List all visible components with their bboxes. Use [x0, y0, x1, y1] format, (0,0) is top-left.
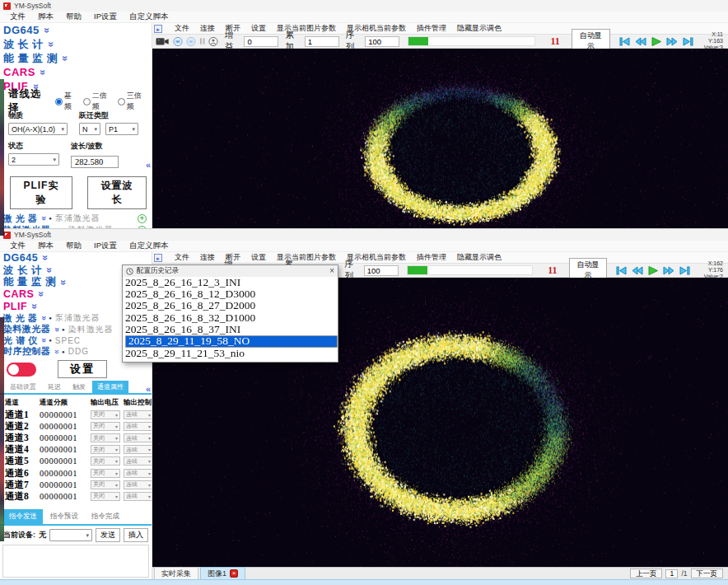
list-item-selected[interactable]: 2025_8_29_11_19_58_NO	[125, 335, 338, 348]
sidebar-group-cars[interactable]: CARS »	[0, 65, 152, 79]
step-forward-icon[interactable]	[665, 36, 679, 47]
page-number-input[interactable]	[665, 569, 678, 578]
panel-collapse-arrow[interactable]: «	[146, 384, 151, 394]
tab-command-done[interactable]: 指令完成	[86, 509, 125, 524]
radio-third-harmonic[interactable]: 三倍频	[118, 91, 147, 112]
tab-realtime-acquisition[interactable]: 实时采集	[154, 567, 198, 581]
step-forward-icon[interactable]	[662, 265, 675, 276]
menu-file[interactable]: 文件	[10, 12, 26, 22]
viewer-menu-plugins[interactable]: 插件管理	[417, 252, 446, 263]
viewer-menu-plugins[interactable]: 插件管理	[417, 23, 446, 34]
control-select[interactable]: 连续▾	[124, 456, 152, 466]
list-item[interactable]: 2025_8_29_11_21_53_nio	[125, 348, 338, 359]
voltage-select[interactable]: 关闭▾	[91, 410, 120, 419]
control-select[interactable]: 连续▾	[124, 422, 152, 431]
control-select[interactable]: 连续▾	[124, 445, 152, 454]
pause-icon[interactable]	[199, 36, 205, 46]
ddg-power-toggle[interactable]	[7, 363, 36, 377]
accumulate-input[interactable]	[305, 36, 339, 47]
play-icon[interactable]	[650, 36, 663, 47]
play-icon[interactable]	[646, 265, 660, 276]
tab-channel-properties[interactable]: 通道属性	[92, 381, 128, 393]
branch-select[interactable]: N ▾	[79, 123, 100, 135]
menu-script[interactable]: 脚本	[38, 12, 54, 22]
control-select[interactable]: 连续▾	[124, 480, 152, 489]
state-select[interactable]: 2 ▾	[8, 153, 59, 166]
sequence-input[interactable]	[364, 265, 399, 276]
wavelength-input[interactable]	[71, 156, 119, 168]
viewer-menu-file[interactable]: 文件	[175, 252, 189, 263]
viewer-menu-connect[interactable]: 连接	[200, 252, 215, 263]
list-item[interactable]: 2025_8_26_16_8_27_D2000	[125, 300, 338, 311]
menu-help[interactable]: 帮助	[66, 12, 82, 22]
step-back-icon[interactable]	[634, 36, 647, 47]
menu-custom-script[interactable]: 自定义脚本	[129, 12, 169, 22]
tab-command-preset[interactable]: 指令预设	[44, 509, 84, 524]
line-select[interactable]: P1 ▾	[105, 123, 138, 135]
next-page-button[interactable]: 下一页	[691, 569, 724, 578]
plif-experiment-button[interactable]: PLIF实验	[10, 176, 72, 209]
insert-button[interactable]: 插入	[124, 528, 148, 542]
list-item[interactable]: 2025_8_26_16_8_32_D1000	[125, 312, 338, 324]
list-item[interactable]: 2025_8_26_16_8_37_INI	[125, 324, 338, 335]
radio-fundamental[interactable]: 基频	[55, 91, 77, 112]
burst-capture-icon[interactable]	[186, 36, 196, 47]
viewer-menu-file[interactable]: 文件	[175, 23, 189, 34]
skip-last-icon[interactable]	[681, 36, 694, 47]
sidebar-group-wavemeter[interactable]: 波 长 计 »	[0, 37, 152, 51]
step-back-icon[interactable]	[631, 265, 644, 276]
menu-ip-settings[interactable]: IP设置	[94, 12, 117, 22]
device-row-laser[interactable]: 激 光 器 » ● 泵浦激光器 +	[0, 213, 152, 224]
sidebar-group-dg645[interactable]: DG645 »	[0, 252, 152, 264]
tab-trigger[interactable]: 触发	[68, 381, 91, 393]
menu-custom-script[interactable]: 自定义脚本	[129, 241, 169, 251]
close-tab-icon[interactable]: ×	[230, 569, 238, 578]
plif-image-canvas-1[interactable]	[152, 49, 728, 228]
radio-fundamental-input[interactable]	[55, 98, 63, 105]
device-row-dye-laser[interactable]: 染料激光器 » ● 染料激光器 +	[0, 224, 152, 228]
sequence-input[interactable]	[365, 36, 399, 47]
add-device-icon[interactable]: +	[138, 214, 147, 223]
skip-first-icon[interactable]	[615, 265, 628, 276]
control-select[interactable]: 连续▾	[124, 410, 152, 419]
gain-input[interactable]	[244, 36, 278, 47]
command-output-area[interactable]	[2, 545, 149, 578]
viewer-panel-toggle-button[interactable]: ▸	[154, 254, 162, 262]
voltage-select[interactable]: 关闭▾	[91, 422, 120, 431]
tab-command-send[interactable]: 指令发送	[3, 509, 43, 524]
skip-last-icon[interactable]	[678, 265, 691, 276]
video-camera-icon[interactable]	[156, 36, 170, 46]
control-select[interactable]: 连续▾	[124, 492, 152, 501]
command-select[interactable]: ▾	[49, 529, 92, 541]
voltage-select[interactable]: 关闭▾	[91, 492, 120, 501]
skip-first-icon[interactable]	[618, 36, 632, 47]
menu-script[interactable]: 脚本	[38, 241, 54, 251]
voltage-select[interactable]: 关闭▾	[91, 445, 120, 454]
dialog-title-bar[interactable]: 配置历史记录 ×	[123, 265, 338, 277]
voltage-select[interactable]: 关闭▾	[91, 433, 120, 442]
menu-help[interactable]: 帮助	[66, 241, 82, 251]
tab-image-1[interactable]: 图像1 ×	[200, 567, 245, 581]
voltage-select[interactable]: 关闭▾	[91, 480, 120, 489]
viewer-menu-settings[interactable]: 设置	[251, 23, 266, 34]
title-bar[interactable]: YM-SysSoft	[0, 229, 728, 241]
voltage-select[interactable]: 关闭▾	[91, 456, 120, 466]
radio-second-harmonic-input[interactable]	[83, 98, 91, 105]
control-select[interactable]: 连续▾	[124, 469, 152, 478]
gain-profile-icon[interactable]	[208, 36, 218, 47]
send-button[interactable]: 发送	[96, 528, 120, 542]
viewer-panel-toggle-button[interactable]: ▸	[154, 25, 162, 33]
viewer-menu-hide-palette[interactable]: 隐藏显示调色	[457, 252, 502, 263]
prev-page-button[interactable]: 上一页	[630, 569, 663, 578]
viewer-menu-settings[interactable]: 设置	[251, 252, 266, 263]
radio-second-harmonic[interactable]: 二倍频	[83, 91, 112, 112]
title-bar[interactable]: YM-SysSoft	[0, 0, 728, 12]
panel-collapse-arrow[interactable]: «	[146, 160, 151, 170]
radio-third-harmonic-input[interactable]	[118, 98, 125, 105]
sidebar-group-energy-monitor[interactable]: 能 量 监 测 »	[0, 51, 152, 65]
list-item[interactable]: 2025_8_26_16_8_12_D3000	[125, 288, 338, 300]
tab-delay[interactable]: 延迟	[43, 381, 66, 393]
viewer-menu-connect[interactable]: 连接	[200, 23, 215, 34]
tab-basic-settings[interactable]: 基础设置	[5, 381, 41, 393]
menu-file[interactable]: 文件	[10, 241, 26, 251]
